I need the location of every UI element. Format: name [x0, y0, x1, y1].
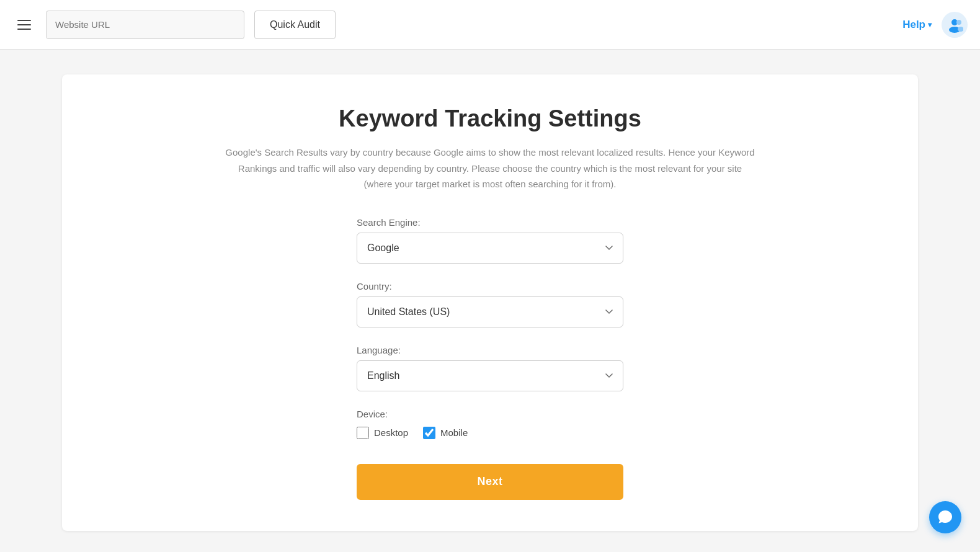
desktop-checkbox[interactable] [357, 427, 369, 439]
device-section: Device: Desktop Mobile [357, 409, 623, 439]
desktop-option[interactable]: Desktop [357, 427, 408, 439]
country-label: Country: [357, 281, 623, 292]
help-button[interactable]: Help ▾ [902, 19, 932, 31]
header-left: Quick Audit [12, 11, 336, 39]
header: Quick Audit Help ▾ [0, 0, 980, 50]
mobile-checkbox[interactable] [423, 427, 435, 439]
search-engine-group: Search Engine: Google Bing Yahoo [357, 217, 623, 264]
page-subtitle: Google's Search Results vary by country … [223, 145, 757, 192]
user-avatar[interactable] [942, 12, 968, 38]
form-section: Search Engine: Google Bing Yahoo Country… [357, 217, 623, 500]
mobile-option[interactable]: Mobile [423, 427, 468, 439]
device-options: Desktop Mobile [357, 427, 623, 439]
page-title: Keyword Tracking Settings [99, 105, 881, 132]
desktop-label: Desktop [374, 427, 408, 438]
device-label: Device: [357, 409, 623, 419]
mobile-label: Mobile [440, 427, 468, 438]
svg-point-2 [956, 20, 961, 25]
language-select[interactable]: English Spanish French German [357, 360, 623, 391]
settings-card: Keyword Tracking Settings Google's Searc… [62, 74, 918, 531]
main-content: Keyword Tracking Settings Google's Searc… [0, 50, 980, 552]
language-label: Language: [357, 345, 623, 355]
country-group: Country: United States (US) United Kingd… [357, 281, 623, 327]
header-right: Help ▾ [902, 12, 968, 38]
next-button[interactable]: Next [357, 464, 623, 500]
language-group: Language: English Spanish French German [357, 345, 623, 391]
chevron-down-icon: ▾ [928, 20, 932, 29]
search-engine-label: Search Engine: [357, 217, 623, 228]
search-engine-select[interactable]: Google Bing Yahoo [357, 233, 623, 264]
help-label: Help [902, 19, 925, 31]
country-select[interactable]: United States (US) United Kingdom (UK) C… [357, 296, 623, 327]
hamburger-icon[interactable] [12, 15, 36, 35]
website-url-input[interactable] [46, 11, 244, 39]
quick-audit-button[interactable]: Quick Audit [254, 11, 336, 39]
chat-button[interactable] [929, 501, 961, 533]
